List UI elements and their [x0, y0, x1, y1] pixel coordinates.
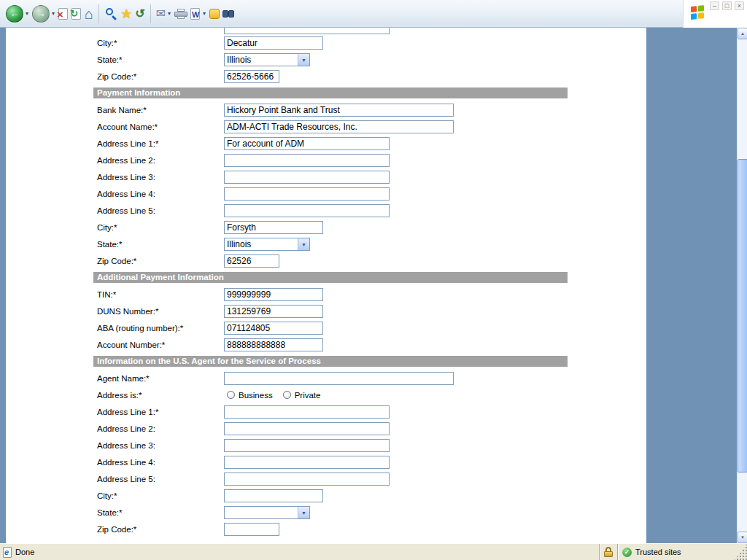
restore-button[interactable]: □: [722, 1, 732, 10]
mail-dropdown-icon[interactable]: ▾: [168, 10, 171, 17]
stop-x-glyph: ×: [57, 8, 63, 20]
dropdown-arrow-icon[interactable]: ▼: [298, 54, 309, 66]
refresh-button[interactable]: ↻: [70, 3, 83, 25]
city-input[interactable]: [224, 489, 323, 502]
address-line-1-label: Address Line 1:*: [97, 408, 224, 416]
state-select[interactable]: ▼: [224, 506, 310, 519]
city-input[interactable]: [224, 36, 323, 50]
section-header: Information on the U.S. Agent for the Se…: [93, 356, 568, 367]
resize-grip[interactable]: [735, 544, 747, 560]
back-dropdown-icon[interactable]: ▾: [26, 10, 28, 17]
form-row: State:*Illinois▼: [6, 51, 646, 68]
form-row: Address Line 1:*: [6, 135, 646, 152]
page-status-icon: e: [3, 547, 12, 558]
zip-code-input[interactable]: [224, 254, 279, 268]
city-label: City:*: [97, 223, 224, 232]
word-icon: W: [190, 8, 200, 20]
lock-icon: [604, 547, 613, 557]
address-line-5-input[interactable]: [224, 204, 390, 217]
address-line-3-label: Address Line 3:: [97, 173, 224, 182]
stop-button[interactable]: ×: [57, 3, 70, 25]
dropdown-arrow-icon[interactable]: ▼: [298, 507, 309, 518]
agent-name-input[interactable]: [224, 372, 454, 385]
research-button[interactable]: [221, 3, 236, 25]
vertical-scrollbar[interactable]: ▲ ▼: [737, 28, 747, 543]
search-button[interactable]: [103, 3, 119, 25]
edit-with-word-button[interactable]: W: [189, 3, 202, 25]
word-w-glyph: W: [192, 10, 199, 19]
state-select[interactable]: Illinois▼: [224, 53, 310, 66]
form-row: City:*: [6, 34, 646, 51]
radio-icon[interactable]: [283, 391, 291, 399]
address-line-5-input[interactable]: [224, 472, 390, 486]
city-label: City:*: [97, 491, 224, 500]
bank-name-input[interactable]: [224, 104, 454, 117]
forward-button[interactable]: →: [31, 3, 51, 25]
messenger-button[interactable]: [208, 3, 221, 25]
aba-routing-number-label: ABA (routing number):*: [97, 324, 224, 332]
address-line-4-input[interactable]: [224, 187, 390, 201]
zone-panel[interactable]: ✓ Trusted sites: [617, 544, 735, 560]
address-line-3-input[interactable]: [224, 439, 390, 452]
address-line-3-input[interactable]: [224, 171, 390, 184]
toolbar-separator: [98, 4, 99, 23]
section-header: Payment Information: [93, 88, 568, 98]
form-row: Address Line 3:: [6, 168, 646, 185]
favorites-button[interactable]: ★: [119, 3, 133, 25]
account-name-input[interactable]: [224, 120, 454, 133]
close-button[interactable]: ×: [735, 1, 744, 10]
zone-indicator: ✓ Trusted sites: [622, 548, 730, 557]
forward-icon: →: [32, 5, 50, 23]
section-header: Additional Payment Information: [93, 272, 568, 283]
mail-button[interactable]: ✉: [155, 3, 167, 25]
form-row: City:*: [6, 219, 646, 236]
scroll-up-icon[interactable]: ▲: [738, 28, 747, 39]
home-button[interactable]: ⌂: [83, 3, 95, 25]
scrollbar-thumb[interactable]: [738, 159, 747, 472]
back-arrow-glyph: ←: [10, 8, 20, 19]
duns-number-input[interactable]: [224, 305, 323, 318]
address-line-4-input[interactable]: [224, 456, 390, 469]
state-label: State:*: [97, 508, 224, 517]
address-line-1-input[interactable]: [224, 405, 390, 419]
window-controls: – □ ×: [710, 1, 744, 10]
radio-option-private[interactable]: Private: [283, 391, 321, 400]
print-button[interactable]: [173, 3, 189, 25]
form-row: Account Name:*: [6, 118, 646, 135]
radio-option-business[interactable]: Business: [227, 391, 273, 400]
form-row: Zip Code:*: [6, 252, 646, 269]
zip-code-input[interactable]: [224, 70, 279, 83]
back-button[interactable]: ←: [4, 3, 25, 25]
word-dropdown-icon[interactable]: ▾: [203, 10, 206, 17]
state-label: State:*: [97, 240, 224, 249]
form-row: Address Line 3:: [6, 437, 646, 454]
city-input[interactable]: [224, 221, 323, 234]
account-number-input[interactable]: [224, 338, 323, 351]
duns-number-label: DUNS Number:*: [97, 307, 224, 316]
browser-window: ← ▾ → ▾ × ↻ ⌂ ★ ↺ ✉ ▾: [0, 0, 747, 560]
form-row: Address Line 2:: [6, 420, 646, 437]
messenger-icon: [209, 9, 220, 19]
form-row: Address Line 1:*: [6, 403, 646, 420]
bank-name-label: Bank Name:*: [97, 106, 224, 114]
aba-routing-number-input[interactable]: [224, 322, 323, 335]
scroll-down-icon[interactable]: ▼: [738, 532, 747, 543]
history-button[interactable]: ↺: [133, 3, 146, 25]
tin-input[interactable]: [224, 288, 323, 301]
form-row: City:*: [6, 487, 646, 504]
address-line-1-input[interactable]: [224, 137, 390, 150]
zip-code-input[interactable]: [224, 523, 279, 536]
address-line-2-input[interactable]: [224, 422, 390, 435]
address-line-2-input[interactable]: [224, 154, 390, 167]
radio-icon[interactable]: [227, 391, 235, 399]
form-row: Agent Name:*: [6, 370, 646, 386]
status-section: e Done: [0, 544, 599, 560]
dropdown-arrow-icon[interactable]: ▼: [298, 238, 309, 250]
form-row: TIN:*: [6, 286, 646, 303]
stop-icon: ×: [58, 8, 68, 20]
cutoff-input-top[interactable]: [224, 28, 390, 34]
state-select[interactable]: Illinois▼: [224, 238, 310, 251]
minimize-button[interactable]: –: [710, 1, 719, 10]
address-line-3-label: Address Line 3:: [97, 441, 224, 450]
forward-dropdown-icon[interactable]: ▾: [52, 10, 55, 17]
